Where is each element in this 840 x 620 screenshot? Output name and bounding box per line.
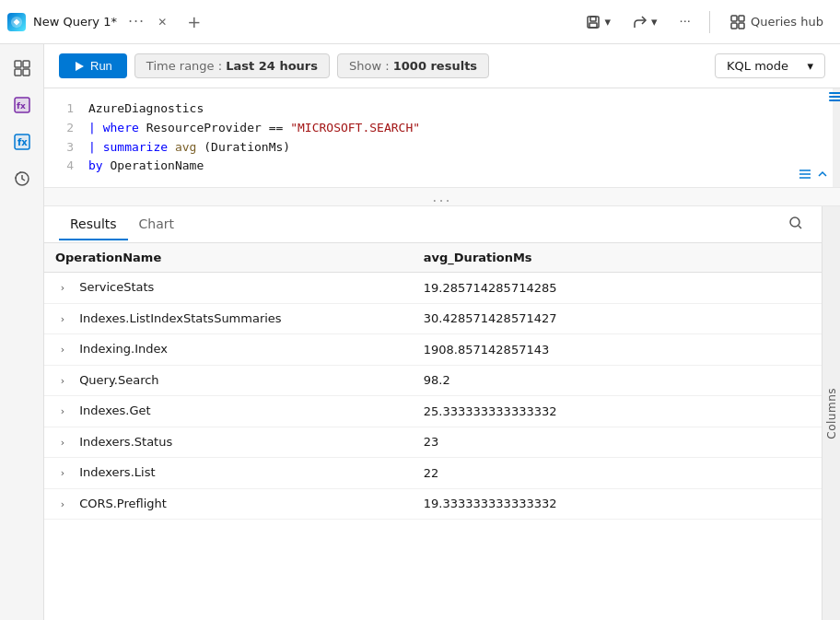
row-expand-btn[interactable]: › [55, 435, 70, 450]
toolbar-divider [709, 11, 710, 33]
table-row: › CORS.Preflight 19.333333333333332 [44, 488, 822, 520]
add-tab-btn[interactable]: + [180, 10, 208, 33]
content-area: Run Time range : Last 24 hours Show : 10… [44, 44, 840, 620]
share-chevron: ▾ [651, 15, 658, 29]
sidebar-item-code[interactable]: fx [6, 88, 39, 122]
columns-panel[interactable]: Columns [822, 206, 840, 620]
svg-rect-11 [23, 69, 29, 76]
table-row: › Indexers.List 22 [44, 458, 822, 489]
sidebar-item-function[interactable]: fx [6, 125, 39, 158]
cell-operation: › Indexers.List [44, 458, 413, 489]
svg-line-24 [799, 226, 801, 228]
query-toolbar: Run Time range : Last 24 hours Show : 10… [44, 44, 840, 88]
cell-operation: › Indexing.Index [44, 334, 413, 366]
svg-rect-9 [23, 61, 29, 67]
columns-panel-label: Columns [825, 388, 838, 439]
svg-text:fx: fx [18, 137, 28, 147]
show-value: 1000 results [393, 59, 477, 73]
kql-mode-chevron: ▾ [807, 59, 813, 73]
svg-rect-6 [731, 23, 737, 29]
svg-text:fx: fx [17, 101, 26, 111]
tab-chart[interactable]: Chart [128, 209, 185, 240]
table-row: › Indexers.Status 23 [44, 427, 822, 458]
results-table-container[interactable]: OperationName avg_DurationMs › ServiceSt… [44, 243, 822, 620]
row-expand-btn[interactable]: › [55, 311, 70, 326]
time-range-button[interactable]: Time range : Last 24 hours [134, 53, 330, 78]
cell-avg: 19.285714285714285 [413, 273, 822, 304]
tab-close-btn[interactable]: ✕ [152, 14, 172, 30]
kql-mode-dropdown[interactable]: KQL mode ▾ [715, 53, 825, 78]
table-row: › Indexes.ListIndexStatsSummaries 30.428… [44, 303, 822, 334]
row-expand-btn[interactable]: › [55, 281, 70, 296]
collapse-editor-btn[interactable] [798, 167, 829, 181]
cell-avg: 25.333333333333332 [413, 396, 822, 427]
cell-avg: 30.428571428571427 [413, 303, 822, 334]
editor-line-1: 1 AzureDiagnostics [59, 99, 825, 119]
tab-more-btn[interactable]: ··· [124, 11, 148, 32]
time-range-label: Time range : [146, 59, 222, 73]
svg-rect-4 [731, 16, 737, 21]
cell-operation: › Query.Search [44, 365, 413, 396]
tab-results[interactable]: Results [59, 209, 128, 240]
table-row: › ServiceStats 19.285714285714285 [44, 273, 822, 304]
sidebar: fx fx [0, 44, 44, 620]
table-header-row: OperationName avg_DurationMs [44, 243, 822, 273]
results-tabs: Results Chart [44, 206, 822, 243]
cell-operation: › Indexers.Status [44, 427, 413, 458]
code-editor[interactable]: 1 AzureDiagnostics 2 | where ResourcePro… [44, 88, 840, 188]
cell-avg: 98.2 [413, 365, 822, 396]
svg-marker-19 [76, 62, 84, 71]
cell-operation: › ServiceStats [44, 273, 413, 304]
kql-mode-label: KQL mode [727, 59, 788, 73]
col-header-avg: avg_DurationMs [413, 243, 822, 273]
main-layout: fx fx Run Time rang [0, 44, 840, 620]
svg-point-23 [790, 217, 799, 227]
save-btn[interactable]: ▾ [578, 11, 618, 33]
queries-hub-btn[interactable]: Queries hub [721, 11, 833, 33]
share-btn[interactable]: ▾ [625, 11, 665, 33]
sidebar-item-history[interactable] [6, 162, 39, 195]
editor-line-3: 3 | summarize avg (DurationMs) [59, 138, 825, 158]
tab-icon [7, 13, 26, 31]
show-results-button[interactable]: Show : 1000 results [337, 53, 489, 78]
col-header-operation: OperationName [44, 243, 413, 273]
svg-rect-8 [15, 61, 21, 67]
editor-scroll-indicator [833, 88, 840, 187]
svg-rect-7 [739, 23, 744, 29]
cell-operation: › Indexes.Get [44, 396, 413, 427]
more-actions-btn[interactable]: ··· [672, 11, 698, 32]
show-label: Show : [349, 59, 390, 73]
cell-avg: 23 [413, 427, 822, 458]
row-expand-btn[interactable]: › [55, 404, 70, 419]
editor-line-2: 2 | where ResourceProvider == "MICROSOFT… [59, 119, 825, 138]
cell-operation: › CORS.Preflight [44, 488, 413, 520]
svg-rect-3 [589, 23, 597, 28]
title-bar: New Query 1* ··· ✕ + ▾ ▾ ··· [0, 0, 840, 44]
table-row: › Indexing.Index 1908.857142857143 [44, 334, 822, 366]
title-bar-actions: ▾ ▾ ··· Queries hub [578, 11, 833, 33]
results-section: Results Chart [44, 206, 840, 620]
queries-hub-label: Queries hub [751, 15, 823, 29]
row-expand-btn[interactable]: › [55, 466, 70, 481]
drag-handle[interactable]: ... [44, 188, 840, 206]
table-row: › Query.Search 98.2 [44, 365, 822, 396]
editor-line-4: 4 by OperationName [59, 157, 825, 176]
cell-avg: 19.333333333333332 [413, 488, 822, 520]
tab-title: New Query 1* [33, 15, 117, 29]
cell-operation: › Indexes.ListIndexStatsSummaries [44, 303, 413, 334]
svg-rect-5 [739, 16, 744, 21]
svg-rect-10 [15, 69, 21, 76]
row-expand-btn[interactable]: › [55, 497, 70, 511]
row-expand-btn[interactable]: › [55, 343, 70, 357]
results-search-btn[interactable] [785, 212, 807, 237]
time-range-value: Last 24 hours [226, 59, 318, 73]
run-button[interactable]: Run [59, 53, 127, 78]
table-row: › Indexes.Get 25.333333333333332 [44, 396, 822, 427]
results-table: OperationName avg_DurationMs › ServiceSt… [44, 243, 822, 520]
cell-avg: 22 [413, 458, 822, 489]
svg-rect-2 [590, 17, 596, 21]
sidebar-item-grid[interactable] [6, 52, 39, 85]
save-chevron: ▾ [604, 15, 611, 29]
cell-avg: 1908.857142857143 [413, 334, 822, 366]
row-expand-btn[interactable]: › [55, 373, 70, 388]
